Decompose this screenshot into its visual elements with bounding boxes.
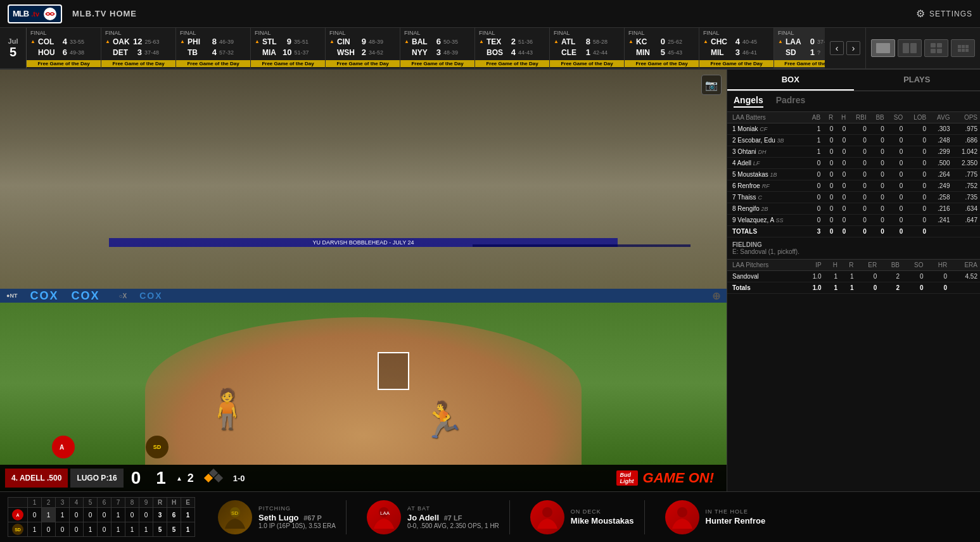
- game-status: Final: [180, 30, 246, 36]
- view-two-column-button[interactable]: [898, 39, 922, 57]
- game-card-4[interactable]: Final ▲ CIN 9 48-39 WSH 2 34-52 Free Gam…: [326, 28, 400, 68]
- col-so: SO: [887, 112, 906, 123]
- in-hole-card: IN THE HOLE Hunter Renfroe: [655, 500, 776, 534]
- table-row: 5 Moustakas 1B 0 0 0 0 0 0 0 .264 .775: [727, 169, 980, 180]
- free-tag: Free Game of the Day: [625, 60, 699, 67]
- table-row: 8 Rengifo 2B 0 0 0 0 0 0 0 .216 .634: [727, 203, 980, 215]
- col-pr: R: [840, 260, 856, 271]
- main-content: YU DARVISH BOBBLEHEAD - JULY 24 ●NT COX …: [0, 70, 980, 491]
- free-tag: Free Game of the Day: [326, 60, 400, 67]
- tab-plays[interactable]: PLAYS: [854, 70, 981, 91]
- pitcher-info-display: LUGO P:16: [70, 469, 123, 488]
- free-tag: Free Game of the Day: [251, 60, 325, 67]
- col-bb: BB: [869, 112, 887, 123]
- svg-point-7: [677, 507, 687, 517]
- game-card-7[interactable]: Final ▲ ATL 8 58-28 CLE 1 42-44 Free Gam…: [550, 28, 625, 68]
- col-hr: HR: [926, 260, 950, 271]
- game-teams: ▲ BAL 6 50-35 NYY 3 48-39: [404, 37, 471, 57]
- batter-overlay: [378, 352, 409, 390]
- game-card-6[interactable]: Final ▲ TEX 2 51-36 BOS 4 44-43 Free Gam…: [475, 28, 550, 68]
- game-teams: ▲ KC 0 25-62 MIN 5 45-43: [628, 37, 695, 57]
- col-ab: AB: [805, 112, 823, 123]
- game-status: Final: [554, 30, 620, 36]
- box-score-panel: BOX PLAYS Angels Padres LAA Batters AB R…: [727, 70, 980, 491]
- table-row: 6 Renfroe RF 0 0 0 0 0 0 0 .249 .752: [727, 180, 980, 192]
- table-row: 3 Ohtani DH 1 0 0 0 0 0 0 .299 1.042: [727, 146, 980, 158]
- table-row: 2 Escobar, Edu 3B 1 0 0 0 0 0 0 .248 .68…: [727, 135, 980, 146]
- free-tag: Free Game of the Day: [699, 60, 773, 67]
- pitchers-totals: Totals 1.0 1 1 0 2 0 0: [727, 282, 980, 294]
- scroll-left-button[interactable]: ‹: [830, 41, 844, 55]
- box-tabs: BOX PLAYS: [727, 70, 980, 91]
- bud-logo: BudLight: [616, 470, 638, 486]
- batters-totals: TOTALS 3 0 0 0 0 0 0: [727, 226, 980, 237]
- screenshot-button[interactable]: 📷: [701, 75, 722, 95]
- table-row: Sandoval 1.0 1 1 0 2 0 0 4.52: [727, 271, 980, 282]
- col-pbb: BB: [879, 260, 902, 271]
- game-on-display: BudLight GAME ON!: [616, 470, 714, 486]
- in-hole-details: IN THE HOLE Hunter Renfroe: [706, 508, 766, 526]
- score-overlay: 4. ADELL .500 LUGO P:16 0 1 ▲ 2 1-0: [0, 465, 727, 491]
- game-status: Final: [479, 30, 545, 36]
- pitcher-avatar: SD: [218, 500, 252, 534]
- batter-figure: 🏃: [421, 400, 465, 441]
- game-card-2[interactable]: Final ▲ PHI 8 46-39 TB 4 57-32 Free Game…: [176, 28, 251, 68]
- inning-display: ▲ 2 1-0: [176, 469, 245, 488]
- angels-logo-overlay: A: [52, 436, 75, 458]
- game-teams: ▲ OAK 12 25-63 DET 3 37-48: [105, 37, 172, 57]
- game-card-8[interactable]: Final ▲ KC 0 25-62 MIN 5 45-43 Free Game…: [625, 28, 699, 68]
- game-status: Final: [778, 30, 825, 36]
- tab-box[interactable]: BOX: [727, 70, 854, 91]
- col-r: R: [823, 112, 836, 123]
- at-bat-card: LAA AT BAT Jo Adell #7 LF 0-0, .500 AVG,…: [357, 500, 510, 534]
- game-status: Final: [105, 30, 172, 36]
- table-row: 1 Moniak CF 1 0 0 0 0 0 0 .303 .975: [727, 123, 980, 135]
- col-ops: OPS: [952, 112, 980, 123]
- tab-padres[interactable]: Padres: [776, 95, 806, 108]
- nav-title: MLB.TV HOME: [72, 9, 137, 18]
- tab-angels[interactable]: Angels: [734, 95, 763, 108]
- free-tag: Free Game of the Day: [176, 60, 250, 67]
- bases-display: [204, 469, 223, 488]
- team1-score: 0: [131, 468, 141, 488]
- game-card-3[interactable]: Final ▲ STL 9 35-51 MIA 10 51-37 Free Ga…: [251, 28, 326, 68]
- straw-hat-promo: [473, 244, 690, 247]
- game-teams: ▲ ATL 8 58-28 CLE 1 42-44: [554, 37, 620, 57]
- game-status: Final: [30, 30, 97, 36]
- game-teams: ▲ PHI 8 46-39 TB 4 57-32: [180, 37, 246, 57]
- free-tag: Free Game of the Day: [27, 60, 101, 67]
- col-era: ERA: [950, 260, 980, 271]
- game-card-5[interactable]: Final ▲ BAL 6 50-35 NYY 3 48-39 Free Gam…: [400, 28, 475, 68]
- gear-icon: ⚙: [916, 8, 926, 20]
- svg-text:LAA: LAA: [380, 510, 390, 516]
- table-row: 4 Adell LF 0 0 0 0 0 0 0 .500 2.350: [727, 158, 980, 169]
- view-four-column-button[interactable]: [924, 39, 948, 57]
- scroll-right-button[interactable]: ›: [846, 41, 860, 55]
- settings-button[interactable]: ⚙ SETTINGS: [916, 8, 972, 20]
- date-display: Jul 5: [0, 28, 27, 68]
- video-area[interactable]: YU DARVISH BOBBLEHEAD - JULY 24 ●NT COX …: [0, 70, 727, 491]
- linescore-table: 1 2 3 4 5 6 7 8 9 R H E A011000100361SD1…: [8, 497, 195, 537]
- ads-banner: ●NT COX COX ○X COX ⊕: [0, 289, 727, 303]
- game-card-1[interactable]: Final ▲ OAK 12 25-63 DET 3 37-48 Free Ga…: [101, 28, 176, 68]
- on-deck-avatar: [530, 500, 564, 534]
- view-single-button[interactable]: [871, 39, 895, 57]
- player-info: SD PITCHING Seth Lugo #67 P 1.0 IP (16P …: [208, 500, 972, 534]
- team-tabs: Angels Padres: [727, 91, 980, 112]
- table-row: 7 Thaiss C 0 0 0 0 0 0 0 .258 .735: [727, 192, 980, 203]
- game-card-9[interactable]: Final ▲ CHC 4 40-45 MIL 3 46-41 Free Gam…: [699, 28, 774, 68]
- game-card-0[interactable]: Final ▲ COL 4 33-55 HOU 6 49-38 Free Gam…: [27, 28, 101, 68]
- game-teams: ▲ COL 4 33-55 HOU 6 49-38: [30, 37, 97, 57]
- free-tag: Free Game of the Da...: [774, 60, 825, 67]
- view-grid-button[interactable]: [951, 39, 975, 57]
- game-status: Final: [255, 30, 321, 36]
- pitching-card: SD PITCHING Seth Lugo #67 P 1.0 IP (16P …: [208, 500, 347, 534]
- view-options: [866, 28, 980, 68]
- pitchers-table: LAA Pitchers IP H R ER BB SO HR ERA Sand…: [727, 260, 980, 294]
- col-per: ER: [856, 260, 880, 271]
- svg-text:SD: SD: [231, 510, 238, 516]
- linescore-row-angels: A011000100361: [8, 508, 195, 522]
- col-pso: SO: [902, 260, 926, 271]
- app-header: MLB .tv MLB.TV HOME ⚙ SETTINGS: [0, 0, 980, 28]
- game-card-10[interactable]: Final ▲ LAA 0 37-? SD 1 ? Viewing Free G…: [774, 28, 825, 68]
